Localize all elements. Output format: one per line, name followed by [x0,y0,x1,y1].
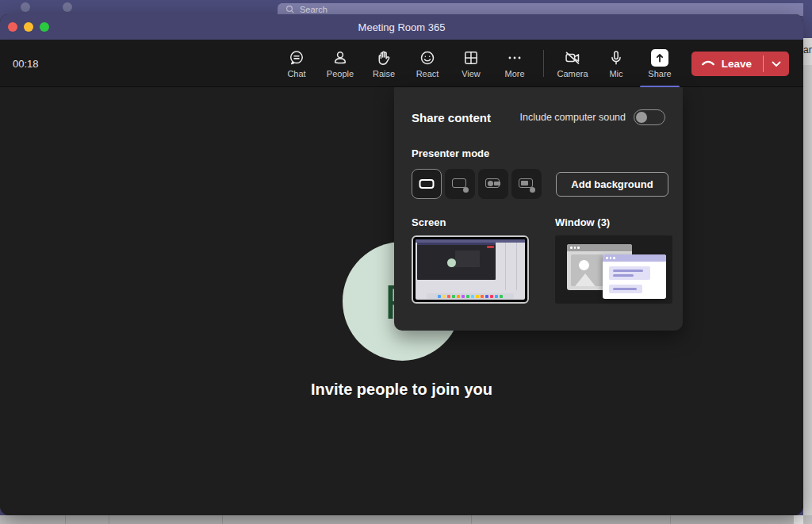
view-label: View [462,69,481,78]
screen-section-label: Screen [412,216,529,228]
leave-button-group: Leave [691,52,789,76]
mic-label: Mic [609,69,622,78]
background-traffic-light [63,2,72,12]
mic-button[interactable]: Mic [598,44,634,82]
toolbar-divider [543,50,544,77]
presenter-mode-reporter[interactable] [511,169,542,199]
background-partial-text: an [803,44,812,55]
people-button[interactable]: People [322,44,358,82]
share-panel-title: Share content [412,111,491,124]
react-label: React [416,69,439,78]
chat-button[interactable]: Chat [278,44,315,82]
invite-message: Invite people to join you [0,381,803,399]
window-share-thumbnail[interactable] [555,235,672,304]
camera-label: Camera [557,69,588,78]
more-label: More [504,69,524,78]
leave-label: Leave [722,58,752,70]
raise-hand-button[interactable]: Raise [366,44,402,82]
content-only-icon [419,179,435,189]
more-ellipsis-icon [506,49,523,67]
presenter-mode-label: Presenter mode [412,147,683,159]
chat-icon [288,49,305,67]
presenter-mode-standout[interactable] [478,169,508,199]
background-traffic-light [21,2,30,12]
phone-hangup-icon [701,58,715,70]
window-section-label: Window (3) [555,216,672,228]
computer-sound-toggle[interactable] [634,109,665,125]
background-search-label: Search [300,5,327,14]
chevron-down-icon [772,58,781,70]
toolbar-buttons: Chat People Raise [278,40,678,87]
traffic-lights [8,22,49,32]
window-titlebar[interactable]: Meeting Room 365 [0,14,803,40]
react-button[interactable]: React [409,44,446,82]
chat-label: Chat [287,69,305,78]
screen-preview [416,239,525,300]
raise-hand-icon [375,49,393,67]
meeting-timer: 00:18 [13,57,39,69]
add-background-button[interactable]: Add background [556,172,668,197]
content-with-presenter-icon [452,178,466,188]
screenshot-root: Search an Meeting Room 365 00:18 [0,0,812,524]
leave-options-button[interactable] [764,52,789,76]
camera-off-icon [564,49,581,67]
screen-share-thumbnail[interactable] [412,235,529,304]
react-smiley-icon [419,49,436,67]
presenter-mode-content-only[interactable] [412,169,442,199]
view-button[interactable]: View [453,44,489,82]
share-label: Share [648,69,671,78]
window-title: Meeting Room 365 [358,21,446,33]
share-button[interactable]: Share [642,44,678,82]
people-icon [331,49,349,67]
background-window-header: Search [0,0,812,14]
minimize-window-button[interactable] [24,22,33,32]
background-window-right-edge: an [803,0,812,524]
people-label: People [327,69,354,78]
background-window-bottom-edge [0,515,812,524]
window-illustration-front [603,254,666,299]
zoom-window-button[interactable] [40,22,49,32]
computer-sound-label: Include computer sound [520,112,626,123]
meeting-toolbar: 00:18 Chat People [0,40,803,87]
dock-preview [427,293,514,299]
meeting-window: Meeting Room 365 00:18 Chat People [0,14,803,515]
raise-hand-label: Raise [373,69,395,78]
mic-icon [607,49,625,67]
presenter-mode-options [412,169,542,199]
toggle-knob [636,112,647,123]
more-button[interactable]: More [496,44,533,82]
share-up-arrow-icon [651,49,668,67]
view-grid-icon [462,49,480,67]
leave-button[interactable]: Leave [691,52,763,76]
share-content-panel: Share content Include computer sound Pre… [394,87,683,331]
presenter-mode-content-with-presenter[interactable] [445,169,475,199]
close-window-button[interactable] [8,22,17,32]
camera-button[interactable]: Camera [554,44,591,82]
